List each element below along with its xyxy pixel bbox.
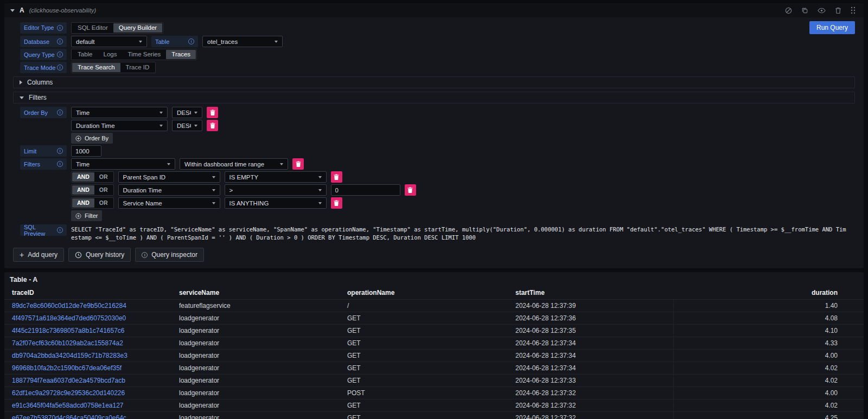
trace-id-link[interactable]: 62df1ec9a29728c9e29536c20d140226 xyxy=(12,389,125,397)
table-select[interactable]: otel_traces xyxy=(202,36,283,47)
trace-id-link[interactable]: 7a2f07ecf63c60b1029ab2ac155874a2 xyxy=(12,339,123,347)
panel-title[interactable]: Table - A xyxy=(4,272,864,286)
option-query-builder[interactable]: Query Builder xyxy=(113,23,162,33)
condition-operator-select-0[interactable]: IS EMPTY xyxy=(225,171,327,183)
option-and[interactable]: AND xyxy=(72,172,94,182)
chevron-down-icon xyxy=(275,41,278,43)
order-by-direction-select-0[interactable]: DESC xyxy=(172,107,202,118)
filters-section-label: Filters xyxy=(29,94,47,101)
table-row: 96968b10fa2b2c1590bc67dea06ef35f loadgen… xyxy=(4,362,864,375)
chevron-down-icon xyxy=(212,189,215,191)
query-history-button[interactable]: Query history xyxy=(68,248,131,262)
info-icon[interactable] xyxy=(57,148,63,154)
trace-id-link[interactable]: 1887794f7eaa6037d0e2a4579bcd7acb xyxy=(12,377,125,384)
disable-query-icon[interactable] xyxy=(783,7,794,14)
order-by-field-select-0[interactable]: Time xyxy=(71,107,168,118)
query-row-header[interactable]: A (clickhouse-observability) xyxy=(4,3,864,17)
option-or[interactable]: OR xyxy=(94,185,113,195)
trace-id-link[interactable]: e67ee7b53870d4c864ca50409ca0e64c xyxy=(12,414,126,419)
trace-id-cell: db9704a2bbda34204d159c71b78283e3 xyxy=(4,350,171,362)
order-by-remove-button-0[interactable] xyxy=(207,107,218,118)
database-select[interactable]: default xyxy=(71,36,147,47)
trace-id-link[interactable]: e91c3645f04fa5e58adcd0758e1ea127 xyxy=(12,402,124,409)
option-table[interactable]: Table xyxy=(72,50,98,59)
info-icon[interactable] xyxy=(57,109,63,115)
start-time-cell: 2024-06-28 12:37:32 xyxy=(508,412,673,419)
col-header-duration[interactable]: duration xyxy=(673,286,864,300)
table-body: 89dc7e8c6060c0d12de7e9b50c216284 feature… xyxy=(4,300,864,419)
condition-field-select-1[interactable]: Duration Time xyxy=(118,184,220,196)
col-header-operationname[interactable]: operationName xyxy=(340,286,508,300)
remove-query-icon[interactable] xyxy=(833,7,844,14)
columns-section-header[interactable]: Columns xyxy=(13,76,855,88)
history-icon xyxy=(75,252,82,259)
run-query-button[interactable]: Run Query xyxy=(809,21,855,34)
time-filter-operator-select[interactable]: Within dashboard time range xyxy=(180,158,288,170)
operation-name-cell: GET xyxy=(340,399,508,412)
time-filter-field-select[interactable]: Time xyxy=(71,158,175,170)
filters-label-text: Filters xyxy=(24,161,40,167)
add-filter-button[interactable]: Filter xyxy=(71,210,102,221)
option-or[interactable]: OR xyxy=(94,198,113,208)
option-time-series[interactable]: Time Series xyxy=(122,50,166,59)
option-trace-id[interactable]: Trace ID xyxy=(120,63,155,72)
col-header-traceid[interactable]: traceID xyxy=(4,286,171,300)
order-by-direction-select-1[interactable]: DESC xyxy=(172,120,202,131)
trace-id-link[interactable]: 96968b10fa2b2c1590bc67dea06ef35f xyxy=(12,364,122,372)
info-icon[interactable] xyxy=(57,25,63,31)
info-icon[interactable] xyxy=(57,227,63,233)
chevron-down-icon xyxy=(212,176,215,178)
option-traces[interactable]: Traces xyxy=(166,50,196,59)
condition-remove-button-0[interactable] xyxy=(331,171,342,183)
option-and[interactable]: AND xyxy=(72,198,94,208)
condition-remove-button-2[interactable] xyxy=(331,197,342,209)
hide-response-icon[interactable] xyxy=(815,8,828,14)
info-icon[interactable] xyxy=(57,65,63,70)
trace-id-link[interactable]: 89dc7e8c6060c0d12de7e9b50c216284 xyxy=(12,302,126,310)
start-time-cell: 2024-06-28 12:37:34 xyxy=(508,362,673,375)
condition-field-value: Duration Time xyxy=(123,187,209,194)
option-sql-editor[interactable]: SQL Editor xyxy=(72,23,113,33)
duplicate-query-icon[interactable] xyxy=(799,7,810,14)
condition-operator-select-1[interactable]: > xyxy=(225,184,327,196)
condition-operator-select-2[interactable]: IS ANYTHING xyxy=(225,197,327,209)
info-icon[interactable] xyxy=(57,51,63,57)
drag-handle-icon[interactable] xyxy=(848,7,858,14)
service-name-cell: loadgenerator xyxy=(171,387,340,399)
condition-field-select-0[interactable]: Parent Span ID xyxy=(118,171,220,183)
condition-value-input-1[interactable] xyxy=(331,184,400,196)
condition-remove-button-1[interactable] xyxy=(405,184,416,196)
option-logs[interactable]: Logs xyxy=(98,50,123,59)
option-and[interactable]: AND xyxy=(72,185,94,195)
order-by-remove-button-1[interactable] xyxy=(207,120,218,131)
trash-icon xyxy=(210,123,215,128)
trace-id-cell: 89dc7e8c6060c0d12de7e9b50c216284 xyxy=(4,300,171,312)
info-icon[interactable] xyxy=(57,38,63,44)
add-query-button[interactable]: Add query xyxy=(13,248,64,262)
trace-id-link[interactable]: db9704a2bbda34204d159c71b78283e3 xyxy=(12,352,127,359)
order-by-field-select-1[interactable]: Duration Time xyxy=(71,120,168,131)
duration-cell: 4.00 xyxy=(673,350,864,362)
conjunction-toggle-2: AND OR xyxy=(71,197,114,209)
option-trace-search[interactable]: Trace Search xyxy=(72,63,120,72)
collapse-chevron-icon[interactable] xyxy=(10,9,15,12)
limit-input[interactable] xyxy=(71,145,101,157)
col-header-starttime[interactable]: startTime xyxy=(508,286,673,300)
table-row: 7a2f07ecf63c60b1029ab2ac155874a2 loadgen… xyxy=(4,337,864,350)
info-icon[interactable] xyxy=(57,161,63,167)
query-inspector-button[interactable]: Query inspector xyxy=(135,248,204,262)
col-header-servicename[interactable]: serviceName xyxy=(171,286,340,300)
service-name-cell: loadgenerator xyxy=(171,312,340,325)
trace-id-link[interactable]: 4f45c21918c73698057a8b1c741657c6 xyxy=(12,327,125,334)
service-name-cell: loadgenerator xyxy=(171,337,340,350)
condition-operator-value: > xyxy=(229,187,315,194)
info-icon[interactable] xyxy=(188,38,194,44)
operation-name-cell: GET xyxy=(340,350,508,362)
filters-section-header[interactable]: Filters xyxy=(13,92,855,104)
time-filter-remove-button[interactable] xyxy=(292,158,304,170)
add-order-by-button[interactable]: Order By xyxy=(71,133,113,144)
columns-section-label: Columns xyxy=(27,79,53,86)
option-or[interactable]: OR xyxy=(94,172,113,182)
condition-field-select-2[interactable]: Service Name xyxy=(118,197,220,209)
trace-id-link[interactable]: 4f497571a618e364ed7ded60752030e0 xyxy=(12,314,126,322)
